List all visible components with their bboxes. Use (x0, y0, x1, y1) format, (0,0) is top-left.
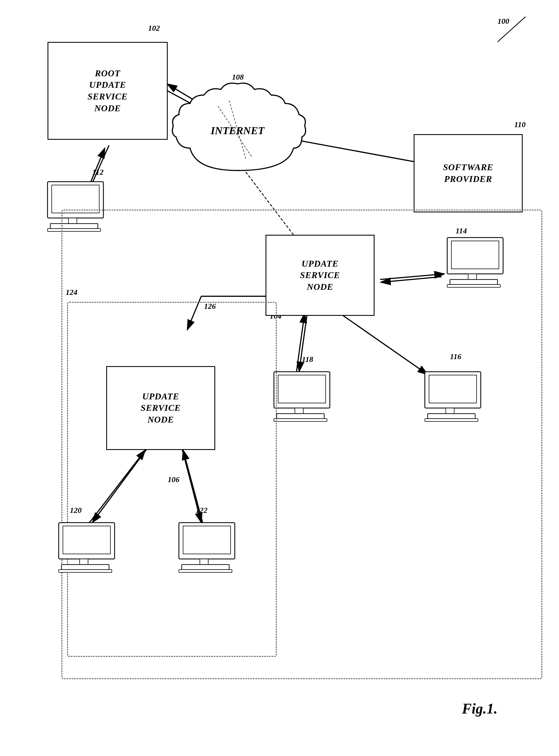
svg-rect-41 (428, 414, 475, 419)
software-provider-label: SOFTWAREPROVIDER (443, 162, 493, 185)
svg-rect-35 (295, 408, 303, 414)
svg-rect-32 (447, 284, 500, 287)
ref-124: 124 (66, 288, 77, 297)
svg-rect-44 (63, 526, 110, 554)
svg-rect-34 (278, 375, 326, 403)
usn-104-label: UPDATESERVICENODE (300, 258, 340, 293)
computer-120 (53, 520, 131, 576)
svg-rect-42 (425, 419, 478, 421)
update-service-node-104: UPDATESERVICENODE (266, 235, 375, 316)
computer-114 (442, 235, 520, 291)
svg-rect-24 (52, 185, 99, 213)
svg-rect-49 (183, 526, 230, 554)
svg-rect-47 (59, 570, 112, 572)
update-service-node-106: UPDATESERVICENODE (106, 366, 215, 450)
diagram: 100 102 ROOTUPDATESERVICENODE 108 INTERN… (0, 0, 559, 756)
svg-rect-36 (277, 414, 324, 419)
ref-110: 110 (514, 120, 526, 129)
ref-122: 122 (196, 506, 207, 515)
svg-text:INTERNET: INTERNET (210, 125, 265, 136)
svg-rect-45 (80, 559, 88, 565)
root-update-service-node: ROOTUPDATESERVICENODE (47, 42, 168, 140)
computer-118 (268, 369, 346, 425)
usn-106-label: UPDATESERVICENODE (140, 391, 181, 426)
ref-112: 112 (92, 168, 104, 177)
svg-rect-31 (450, 279, 497, 284)
svg-rect-37 (274, 419, 327, 421)
ref-116: 116 (450, 352, 461, 361)
svg-rect-29 (451, 241, 499, 269)
svg-rect-39 (429, 375, 476, 403)
ref-120: 120 (70, 506, 82, 515)
svg-rect-52 (179, 570, 232, 572)
figure-label: Fig.1. (462, 701, 497, 717)
internet-cloud: INTERNET (168, 78, 308, 184)
computer-122 (173, 520, 251, 576)
root-update-label: ROOTUPDATESERVICENODE (88, 68, 128, 114)
svg-rect-46 (62, 565, 109, 570)
svg-line-53 (497, 17, 526, 42)
ref-114: 114 (455, 226, 467, 235)
computer-116 (419, 369, 497, 425)
svg-rect-40 (446, 408, 454, 414)
ref-100-arrow (475, 14, 531, 47)
svg-rect-30 (468, 274, 476, 279)
ref-106: 106 (168, 475, 179, 484)
ref-126: 126 (204, 302, 216, 311)
svg-rect-50 (200, 559, 208, 565)
ref-118: 118 (302, 355, 313, 364)
svg-rect-51 (182, 565, 229, 570)
ref-102: 102 (148, 24, 160, 33)
software-provider-node: SOFTWAREPROVIDER (413, 134, 523, 212)
